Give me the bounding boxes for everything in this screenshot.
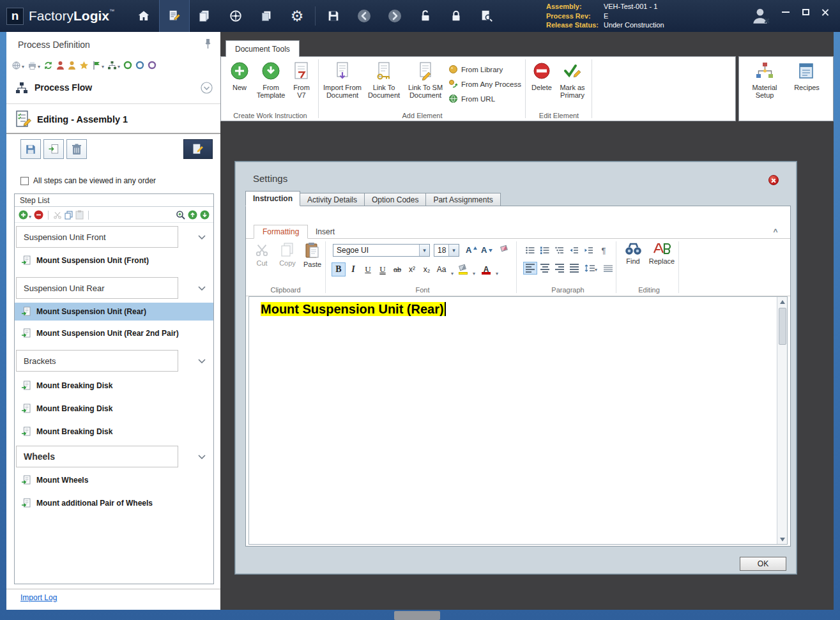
pin-panel-button[interactable] [204,38,211,49]
recipes-button[interactable]: Recipes [789,59,825,110]
edit-mode-button[interactable] [183,139,213,159]
chevron-down-icon[interactable] [198,455,206,459]
status-blue-button[interactable] [135,61,144,70]
move-step-down-button[interactable] [200,210,210,220]
delete-process-button[interactable] [66,139,87,159]
paste-step-button[interactable] [75,210,84,220]
mark-as-primary-button[interactable]: Mark as Primary [556,59,589,110]
double-underline-button[interactable] [376,262,390,276]
from-url-button[interactable]: From URL [448,94,495,103]
audit-search-button[interactable] [471,0,502,32]
step-item[interactable]: Mount Breaking Disk [15,400,213,417]
sync-button[interactable] [43,61,53,70]
clear-formatting-button[interactable] [498,243,512,257]
new-instruction-button[interactable]: New [226,59,253,110]
minimize-button[interactable] [781,8,790,17]
line-spacing-button[interactable] [582,262,600,275]
shading-button[interactable] [601,262,615,275]
document-tools-tab[interactable]: Document Tools [225,40,300,57]
unlock-button[interactable] [410,0,441,32]
delete-element-button[interactable]: Delete [529,59,554,110]
bold-button[interactable] [332,262,346,276]
logout-user-button[interactable] [751,4,774,27]
tab-formatting[interactable]: Formatting [254,225,308,239]
bullet-list-button[interactable] [523,244,537,257]
copy-process-button[interactable] [251,0,282,32]
process-documents-button[interactable] [190,0,220,32]
status-green-button[interactable] [123,61,132,70]
collapse-ribbon-button[interactable]: ^ [770,227,781,237]
multilevel-list-button[interactable] [553,244,567,257]
ok-button[interactable]: OK [740,557,786,571]
font-size-select[interactable]: 18 [434,244,459,257]
dropdown-arrow-icon[interactable] [448,245,459,256]
find-button[interactable]: Find [621,242,645,283]
highlight-color-button[interactable] [456,262,470,276]
user-remove-button[interactable] [56,61,65,70]
step-item[interactable]: Mount Suspension Unit (Rear 2nd Pair) [15,324,213,342]
chevron-down-icon[interactable] [198,235,206,239]
any-order-checkbox-row[interactable]: All steps can be viewed in any order [20,176,156,185]
work-instruction-editor-button[interactable] [159,0,190,32]
tab-insert[interactable]: Insert [307,225,343,239]
undo-button[interactable] [349,0,379,32]
scroll-down-button[interactable] [777,534,787,544]
save-button[interactable] [318,0,349,32]
scroll-up-button[interactable] [777,297,787,306]
group-suspension-unit-front[interactable]: Suspension Unit Front [16,226,178,248]
decrease-indent-button[interactable] [567,244,581,257]
copy-button[interactable]: Copy [275,242,300,283]
import-from-document-button[interactable]: Import From Document [322,59,363,110]
user-add-button[interactable] [68,61,76,70]
grow-font-button[interactable] [464,243,478,257]
editor-text-area[interactable]: Mount Suspension Unit (Rear) [250,297,775,544]
show-formatting-marks-button[interactable] [597,244,611,257]
settings-button[interactable] [282,0,312,32]
strikethrough-button[interactable] [390,262,404,276]
copy-step-button[interactable] [65,211,73,220]
shrink-font-button[interactable] [480,243,494,257]
paste-button[interactable]: Paste [301,242,324,283]
chevron-down-icon[interactable] [198,286,206,291]
globe-link-button[interactable] [11,59,24,71]
underline-button[interactable] [361,262,375,276]
align-right-button[interactable] [553,262,567,275]
tab-part-assignments[interactable]: Part Assignments [426,193,500,206]
remove-step-button[interactable] [34,210,43,220]
step-item-selected[interactable]: Mount Suspension Unit (Rear) [15,303,213,321]
checkbox[interactable] [20,177,29,185]
from-library-button[interactable]: From Library [448,64,503,74]
from-v7-button[interactable]: From V7 [289,59,314,110]
replace-button[interactable]: Replace [646,242,677,283]
increase-indent-button[interactable] [582,244,596,257]
editor-scrollbar[interactable] [777,297,787,544]
step-item[interactable]: Mount Wheels [15,471,213,488]
font-color-button[interactable] [479,262,493,276]
lock-button[interactable] [441,0,471,32]
approvals-button[interactable] [79,61,89,70]
align-left-button[interactable] [523,262,537,275]
redo-button[interactable] [379,0,410,32]
tab-activity-details[interactable]: Activity Details [300,193,365,206]
close-window-button[interactable] [821,8,830,17]
zoom-step-button[interactable] [176,210,185,220]
chevron-down-icon[interactable] [198,359,206,363]
scrollbar-thumb[interactable] [779,308,786,345]
from-any-process-button[interactable]: From Any Process [448,79,521,89]
tab-option-codes[interactable]: Option Codes [365,193,426,206]
maximize-button[interactable] [801,8,810,17]
tab-instruction[interactable]: Instruction [245,191,300,206]
justify-button[interactable] [567,262,581,275]
add-step-button[interactable] [19,209,31,221]
change-case-button[interactable] [434,262,448,276]
superscript-button[interactable] [405,262,419,276]
italic-button[interactable] [346,262,360,276]
group-wheels[interactable]: Wheels [16,446,178,467]
status-purple-button[interactable] [148,61,157,70]
step-item[interactable]: Mount Suspension Unit (Front) [15,252,213,269]
step-item[interactable]: Mount Breaking Disk [15,423,213,440]
close-dialog-button[interactable] [768,174,780,186]
link-to-document-button[interactable]: Link To Document [364,59,404,110]
tree-view-button[interactable] [107,59,120,71]
print-button[interactable] [27,59,40,71]
